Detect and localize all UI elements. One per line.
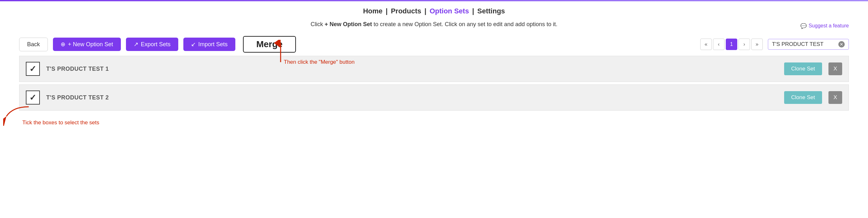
delete-button-2[interactable]: X	[829, 91, 842, 104]
export-sets-button[interactable]: ↗ Export Sets	[126, 38, 178, 51]
navigation-bar: Home | Products | Option Sets | Settings	[0, 1, 868, 19]
nav-products[interactable]: Products	[391, 7, 421, 15]
subtitle-bold: + New Option Set	[324, 21, 372, 27]
table-row: ✓ T'S PRODUCT TEST 1 Clone Set X	[19, 56, 849, 82]
new-option-set-label: + New Option Set	[68, 41, 113, 48]
nav-sep-2: |	[425, 7, 426, 15]
table-row: ✓ T'S PRODUCT TEST 2 Clone Set X	[19, 85, 849, 111]
row-label-2: T'S PRODUCT TEST 2	[46, 94, 778, 101]
nav-sep-1: |	[386, 7, 388, 15]
tick-annotation-text: Tick the boxes to select the sets	[22, 120, 99, 126]
pagination-prev[interactable]: ‹	[713, 38, 724, 50]
pagination-first[interactable]: «	[700, 38, 712, 50]
nav-home[interactable]: Home	[363, 7, 382, 15]
back-button[interactable]: Back	[19, 38, 48, 51]
suggest-icon: 💬	[800, 23, 807, 29]
new-option-set-button[interactable]: ⊕ + New Option Set	[53, 38, 121, 51]
checkbox-row-1[interactable]: ✓	[26, 62, 40, 76]
checkbox-row-2[interactable]: ✓	[26, 91, 40, 104]
pagination-last[interactable]: »	[751, 38, 763, 50]
clone-set-button-2[interactable]: Clone Set	[784, 91, 822, 104]
toolbar: Back ⊕ + New Option Set ↗ Export Sets ↙ …	[0, 33, 868, 56]
export-icon: ↗	[134, 41, 138, 48]
table-container: Then click the "Merge" button ✓ T'S PROD…	[0, 56, 868, 111]
search-input[interactable]	[772, 41, 836, 48]
subtitle-bar: Click + New Option Set to create a new O…	[0, 19, 868, 33]
nav-settings[interactable]: Settings	[477, 7, 505, 15]
delete-button-1[interactable]: X	[829, 62, 842, 75]
pagination-current[interactable]: 1	[726, 38, 737, 50]
nav-sep-3: |	[472, 7, 474, 15]
new-option-set-icon: ⊕	[61, 41, 65, 48]
checkmark-row-1: ✓	[29, 64, 36, 74]
import-sets-label: Import Sets	[198, 41, 228, 48]
nav-option-sets[interactable]: Option Sets	[430, 7, 469, 15]
row-label-1: T'S PRODUCT TEST 1	[46, 66, 778, 72]
search-box[interactable]: ✕	[768, 39, 849, 50]
suggest-label: Suggest a feature	[809, 23, 849, 29]
search-clear-icon[interactable]: ✕	[838, 41, 845, 48]
export-sets-label: Export Sets	[141, 41, 170, 48]
pagination: « ‹ 1 › »	[700, 38, 763, 50]
clone-set-button-1[interactable]: Clone Set	[784, 62, 822, 75]
suggest-feature-link[interactable]: 💬 Suggest a feature	[800, 23, 849, 29]
import-icon: ↙	[191, 41, 196, 48]
pagination-next[interactable]: ›	[739, 38, 750, 50]
import-sets-button[interactable]: ↙ Import Sets	[183, 38, 235, 51]
checkmark-row-2: ✓	[29, 93, 36, 103]
subtitle-text: Click + New Option Set to create a new O…	[311, 21, 557, 27]
merge-button[interactable]: Merge	[243, 36, 296, 53]
